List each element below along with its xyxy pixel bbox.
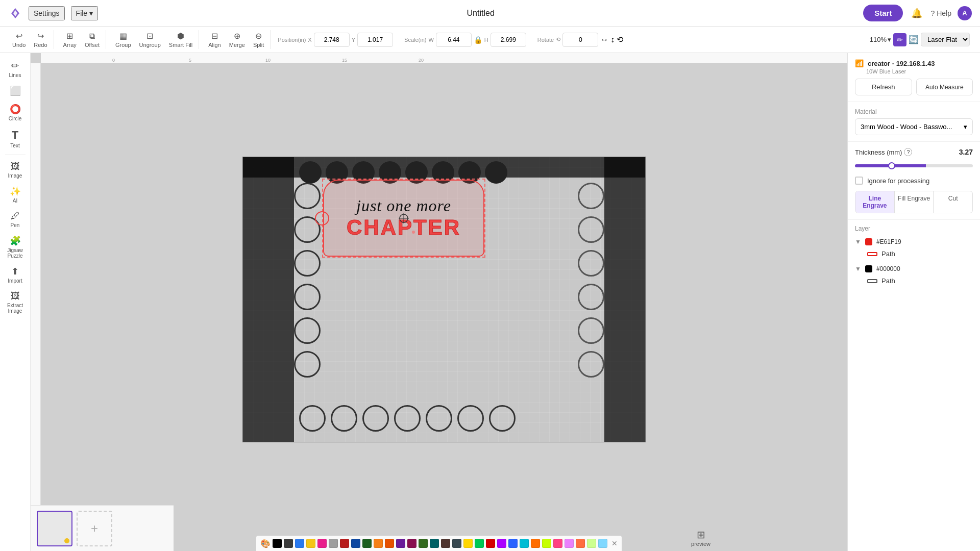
- sidebar-item-text[interactable]: T Text: [2, 126, 29, 152]
- layer-header-black[interactable]: ▼ #000000: [855, 263, 973, 274]
- offset-button[interactable]: ⧉ Offset: [82, 31, 103, 49]
- color-swatch-blue[interactable]: [295, 539, 304, 548]
- group-button[interactable]: ▦ Group: [112, 30, 134, 49]
- split-button[interactable]: ⊖ Split: [250, 30, 267, 49]
- align-button[interactable]: ⊟ Align: [205, 30, 224, 49]
- auto-measure-button[interactable]: Auto Measure: [916, 79, 973, 95]
- color-swatch-olive[interactable]: [419, 539, 428, 548]
- layer-item-path-black[interactable]: Path: [855, 274, 973, 287]
- color-swatch-brown[interactable]: [441, 539, 450, 548]
- flip-v-button[interactable]: ↕: [610, 35, 615, 44]
- line-engrave-tab[interactable]: Line Engrave: [855, 191, 895, 213]
- device-section: 📶 creator - 192.168.1.43 10W Blue Laser …: [848, 53, 980, 102]
- cut-tab[interactable]: Cut: [934, 191, 972, 213]
- aspect-lock-button[interactable]: 🔒: [474, 36, 482, 44]
- file-menu-button[interactable]: File ▾: [71, 6, 99, 20]
- pos-x-input[interactable]: [314, 33, 350, 47]
- close-palette-button[interactable]: ✕: [611, 539, 618, 547]
- avatar[interactable]: A: [958, 6, 972, 20]
- rotate-extra-button[interactable]: ⟲: [617, 35, 623, 44]
- array-button[interactable]: ⊞ Array: [60, 30, 80, 49]
- zoom-level[interactable]: 110% ▾: [870, 36, 891, 43]
- color-wheel-icon[interactable]: 🎨: [260, 539, 271, 548]
- color-swatch-darkgray[interactable]: [284, 539, 293, 548]
- notification-icon[interactable]: 🔔: [909, 6, 924, 21]
- sidebar-item-ai[interactable]: ✨ AI: [2, 183, 29, 207]
- color-swatch-hotpink[interactable]: [553, 539, 562, 548]
- sidebar-item-rectangle[interactable]: ⬜: [2, 82, 29, 99]
- layer-header-red[interactable]: ▼ #E61F19: [855, 236, 973, 247]
- redo-button[interactable]: ↪ Redo: [31, 30, 50, 49]
- color-swatch-yellow[interactable]: [306, 539, 315, 548]
- sidebar-item-circle[interactable]: ⭕ Circle: [2, 101, 29, 124]
- circle-bottom-4: [394, 405, 421, 432]
- color-swatch-black[interactable]: [273, 539, 282, 548]
- color-swatch-pink[interactable]: [317, 539, 327, 548]
- color-swatch-lightgreen[interactable]: [587, 539, 596, 548]
- color-swatch-lightblue[interactable]: [598, 539, 607, 548]
- sidebar-item-jigsaw[interactable]: 🧩 JigsawPuzzle: [2, 232, 29, 262]
- color-swatch-brightblue[interactable]: [508, 539, 518, 548]
- rotate-input[interactable]: [562, 33, 598, 47]
- sidebar-item-image[interactable]: 🖼 Image: [2, 158, 29, 182]
- color-swatch-maroon[interactable]: [407, 539, 416, 548]
- refresh-view-button[interactable]: 🔄: [909, 35, 919, 44]
- border-right: [604, 157, 645, 442]
- sidebar-item-pen[interactable]: 🖊 Pen: [2, 208, 29, 231]
- color-swatch-bluegray[interactable]: [452, 539, 461, 548]
- draw-mode-button[interactable]: ✏: [893, 33, 906, 46]
- thickness-info-icon[interactable]: ?: [904, 148, 912, 156]
- start-button[interactable]: Start: [863, 5, 903, 21]
- ignore-processing-checkbox[interactable]: [855, 177, 863, 185]
- add-page-button[interactable]: +: [77, 511, 112, 546]
- color-swatch-coral[interactable]: [576, 539, 585, 548]
- color-swatch-brightgreen[interactable]: [475, 539, 484, 548]
- sidebar-item-import[interactable]: ⬆ Import: [2, 263, 29, 287]
- color-swatch-gray[interactable]: [329, 539, 338, 548]
- color-swatch-amber[interactable]: [374, 539, 383, 548]
- app-logo[interactable]: [8, 6, 22, 20]
- color-swatch-red[interactable]: [486, 539, 495, 548]
- material-select-button[interactable]: 3mm Wood - Wood - Basswo... ▾: [855, 118, 973, 135]
- pos-y-input[interactable]: [357, 33, 393, 47]
- circle-left-6: [294, 351, 321, 378]
- sidebar-item-extract-image[interactable]: 🖼 ExtractImage: [2, 288, 29, 317]
- color-swatch-purple[interactable]: [396, 539, 405, 548]
- flip-h-button[interactable]: ↔: [600, 35, 608, 44]
- thickness-slider[interactable]: [855, 164, 973, 167]
- laser-type-select[interactable]: Laser Flat: [921, 33, 970, 46]
- scale-h-input[interactable]: [491, 33, 526, 47]
- array-group: ⊞ Array ⧉ Offset: [57, 30, 106, 49]
- help-button[interactable]: ? Help: [930, 9, 951, 17]
- color-swatch-cyan[interactable]: [520, 539, 529, 548]
- color-swatch-brightyellow[interactable]: [463, 539, 473, 548]
- border-left: [243, 157, 294, 442]
- scale-w-input[interactable]: [436, 33, 472, 47]
- color-swatch-violet[interactable]: [497, 539, 506, 548]
- color-swatch-lavender[interactable]: [565, 539, 574, 548]
- color-swatch-darkblue[interactable]: [351, 539, 360, 548]
- layer-item-path-red[interactable]: Path: [855, 247, 973, 260]
- color-swatch-darkgreen[interactable]: [362, 539, 372, 548]
- color-swatch-lime[interactable]: [542, 539, 551, 548]
- circle-bottom-7: [489, 405, 516, 432]
- color-swatch-teal[interactable]: [430, 539, 439, 548]
- sidebar-item-lines[interactable]: ✏ Lines: [2, 57, 29, 81]
- fill-engrave-tab[interactable]: Fill Engrave: [895, 191, 934, 213]
- refresh-button[interactable]: Refresh: [855, 79, 912, 95]
- preview-button[interactable]: ⊞ preview: [691, 529, 710, 547]
- color-swatch-deeporange[interactable]: [531, 539, 540, 548]
- align-merge-group: ⊟ Align ⊕ Merge ⊖ Split: [202, 30, 271, 49]
- ungroup-button[interactable]: ⊡ Ungroup: [136, 30, 164, 49]
- color-swatch-darkred[interactable]: [340, 539, 349, 548]
- sidebar-divider: [5, 155, 26, 155]
- color-swatch-orange[interactable]: [385, 539, 394, 548]
- page-thumb-1[interactable]: [37, 511, 72, 546]
- undo-button[interactable]: ↩ Undo: [9, 30, 29, 49]
- smartfill-button[interactable]: ⬢ Smart Fill: [166, 30, 195, 49]
- design-element[interactable]: just one more CHAPTER: [322, 179, 485, 258]
- canvas-board[interactable]: just one more CHAPTER: [242, 157, 646, 442]
- settings-button[interactable]: Settings: [29, 6, 65, 20]
- merge-button[interactable]: ⊕ Merge: [226, 30, 248, 49]
- pen-icon: 🖊: [11, 211, 20, 221]
